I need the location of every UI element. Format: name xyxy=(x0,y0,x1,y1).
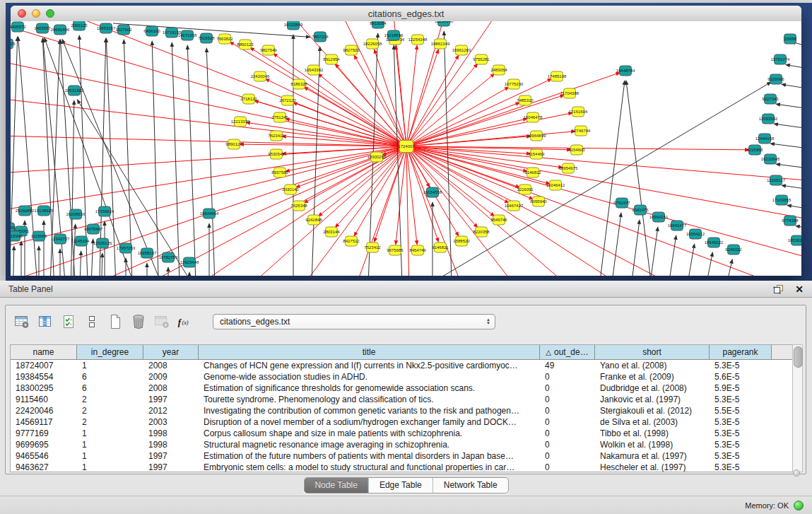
column-header-in_degree[interactable]: in_degree xyxy=(77,345,143,359)
table-cell-in_degree[interactable]: 2 xyxy=(77,395,143,404)
table-cell-short[interactable]: Hescheler et al. (1997) xyxy=(595,462,710,472)
table-cell-title[interactable]: Disruption of a novel member of a sodium… xyxy=(199,417,540,427)
table-cell-name[interactable]: 18300295 xyxy=(11,383,77,393)
table-row[interactable]: 2242004622012Investigating the contribut… xyxy=(11,405,792,416)
table-row[interactable]: 911546021997Tourette syndrome. Phenomeno… xyxy=(11,394,792,405)
tab-network-table[interactable]: Network Table xyxy=(433,478,508,493)
float-panel-icon[interactable] xyxy=(773,284,784,294)
table-options-icon[interactable] xyxy=(13,313,30,330)
table-cell-out_degree[interactable]: 0 xyxy=(540,383,595,393)
table-cell-in_degree[interactable]: 2 xyxy=(77,417,143,427)
table-row[interactable]: 977716911998Corpus callosum shape and si… xyxy=(11,428,792,439)
table-cell-name[interactable]: 9463627 xyxy=(11,462,77,472)
table-cell-name[interactable]: 9699695 xyxy=(11,440,77,450)
table-cell-out_degree[interactable]: 0 xyxy=(540,462,595,472)
table-cell-name[interactable]: 19384554 xyxy=(11,372,77,382)
table-cell-year[interactable]: 1997 xyxy=(143,462,199,472)
table-cell-year[interactable]: 2003 xyxy=(143,417,199,427)
table-row[interactable]: 1938455462009Genome-wide association stu… xyxy=(11,371,792,382)
table-cell-pagerank[interactable]: 5.3E-5 xyxy=(710,462,772,472)
table-cell-pagerank[interactable]: 5.3E-5 xyxy=(710,395,772,404)
table-cell-title[interactable]: Embryonic stem cells: a model to study s… xyxy=(199,462,540,472)
table-cell-year[interactable]: 1997 xyxy=(143,451,199,461)
table-cell-title[interactable]: Structural magnetic resonance image aver… xyxy=(199,440,540,450)
table-cell-title[interactable]: Changes of HCN gene expression and I(f) … xyxy=(199,361,540,370)
table-cell-short[interactable]: Tibbo et al. (1998) xyxy=(595,428,710,438)
table-cell-name[interactable]: 9777169 xyxy=(11,428,77,438)
table-cell-name[interactable]: 9115460 xyxy=(11,395,77,404)
table-cell-title[interactable]: Estimation of the future numbers of pati… xyxy=(199,451,540,461)
scrollbar-thumb[interactable] xyxy=(794,346,803,368)
table-row[interactable]: 1872400712008Changes of HCN gene express… xyxy=(11,360,792,371)
column-header-title[interactable]: title xyxy=(199,345,540,359)
table-cell-title[interactable]: Tourette syndrome. Phenomenology and cla… xyxy=(199,395,540,404)
table-cell-year[interactable]: 2009 xyxy=(143,372,199,382)
select-rows-icon[interactable] xyxy=(60,313,77,330)
table-cell-pagerank[interactable]: 5.9E-5 xyxy=(710,383,772,393)
table-cell-short[interactable]: de Silva et al. (2003) xyxy=(595,417,710,427)
table-cell-in_degree[interactable]: 2 xyxy=(77,406,143,416)
table-cell-year[interactable]: 2008 xyxy=(143,361,199,370)
table-cell-out_degree[interactable]: 0 xyxy=(540,406,595,416)
table-cell-year[interactable]: 1997 xyxy=(143,395,199,404)
table-cell-out_degree[interactable]: 0 xyxy=(540,395,595,404)
table-cell-title[interactable]: Corpus callosum shape and size in male p… xyxy=(199,428,540,438)
zoom-window-button[interactable] xyxy=(46,9,54,18)
delete-rows-icon[interactable] xyxy=(130,313,147,330)
table-row[interactable]: 946362711997Embryonic stem cells: a mode… xyxy=(11,462,792,472)
resize-grip[interactable] xyxy=(793,469,800,477)
column-header-name[interactable]: name xyxy=(11,345,77,359)
table-cell-year[interactable]: 1998 xyxy=(143,440,199,450)
table-row[interactable]: 969969511998Structural magnetic resonanc… xyxy=(11,439,792,450)
table-cell-out_degree[interactable]: 0 xyxy=(540,451,595,461)
table-cell-name[interactable]: 22420046 xyxy=(11,406,77,416)
table-vertical-scrollbar[interactable] xyxy=(792,344,803,472)
table-cell-short[interactable]: Dudbridge et al. (2008) xyxy=(595,383,710,393)
table-cell-in_degree[interactable]: 6 xyxy=(77,383,143,393)
table-cell-in_degree[interactable]: 1 xyxy=(77,440,143,450)
table-row[interactable]: 946554611997Estimation of the future num… xyxy=(11,450,792,462)
table-row[interactable]: 1456911722003Disruption of a novel membe… xyxy=(11,416,792,428)
table-cell-title[interactable]: Estimation of significance thresholds fo… xyxy=(199,383,540,393)
table-cell-short[interactable]: Wolkin et al. (1998) xyxy=(595,440,710,450)
table-cell-pagerank[interactable]: 5.3E-5 xyxy=(710,417,772,427)
function-builder-icon[interactable]: f(x) xyxy=(177,313,194,330)
table-cell-in_degree[interactable]: 1 xyxy=(77,361,143,370)
table-cell-year[interactable]: 2008 xyxy=(143,383,199,393)
table-cell-in_degree[interactable]: 1 xyxy=(77,462,143,472)
column-header-pagerank[interactable]: pagerank xyxy=(710,345,772,359)
row-tools-icon[interactable] xyxy=(83,313,100,330)
close-window-button[interactable] xyxy=(18,9,26,18)
table-cell-title[interactable]: Genome-wide association studies in ADHD. xyxy=(199,372,540,382)
create-table-icon[interactable] xyxy=(107,313,124,330)
table-cell-pagerank[interactable]: 5.6E-5 xyxy=(710,372,772,382)
table-cell-out_degree[interactable]: 0 xyxy=(540,372,595,382)
table-cell-short[interactable]: Nakamura et al. (1997) xyxy=(595,451,710,461)
column-header-out_degree[interactable]: △out_de… xyxy=(540,345,595,359)
table-cell-pagerank[interactable]: 5.3E-5 xyxy=(710,440,772,450)
table-cell-short[interactable]: Franke et al. (2009) xyxy=(595,372,710,382)
minimize-window-button[interactable] xyxy=(32,9,40,18)
table-cell-out_degree[interactable]: 0 xyxy=(540,417,595,427)
table-cell-pagerank[interactable]: 5.3E-5 xyxy=(710,451,772,461)
table-cell-in_degree[interactable]: 1 xyxy=(77,428,143,438)
table-cell-pagerank[interactable]: 5.3E-5 xyxy=(710,361,772,370)
table-selector-dropdown[interactable]: citations_edges.txt▲▼ xyxy=(213,314,495,329)
table-cell-out_degree[interactable]: 49 xyxy=(540,361,595,370)
table-cell-in_degree[interactable]: 6 xyxy=(77,372,143,382)
tab-node-table[interactable]: Node Table xyxy=(304,478,369,493)
table-cell-year[interactable]: 2012 xyxy=(143,406,199,416)
tab-edge-table[interactable]: Edge Table xyxy=(369,478,433,493)
table-cell-name[interactable]: 9465546 xyxy=(11,451,77,461)
network-canvas[interactable]: 1122543418226058982750389129541054338281… xyxy=(11,21,801,276)
close-panel-icon[interactable]: ✕ xyxy=(795,284,804,294)
table-cell-short[interactable]: Stergiakouli et al. (2012) xyxy=(595,406,710,416)
table-cell-year[interactable]: 1998 xyxy=(143,428,199,438)
table-cell-pagerank[interactable]: 5.3E-5 xyxy=(710,428,772,438)
table-row[interactable]: 1830029562008Estimation of significance … xyxy=(11,382,792,394)
table-cell-out_degree[interactable]: 0 xyxy=(540,440,595,450)
column-header-year[interactable]: year xyxy=(143,345,199,359)
table-cell-short[interactable]: Jankovic et al. (1997) xyxy=(595,395,710,404)
table-cell-name[interactable]: 14569117 xyxy=(11,417,77,427)
column-header-short[interactable]: short xyxy=(595,345,710,359)
